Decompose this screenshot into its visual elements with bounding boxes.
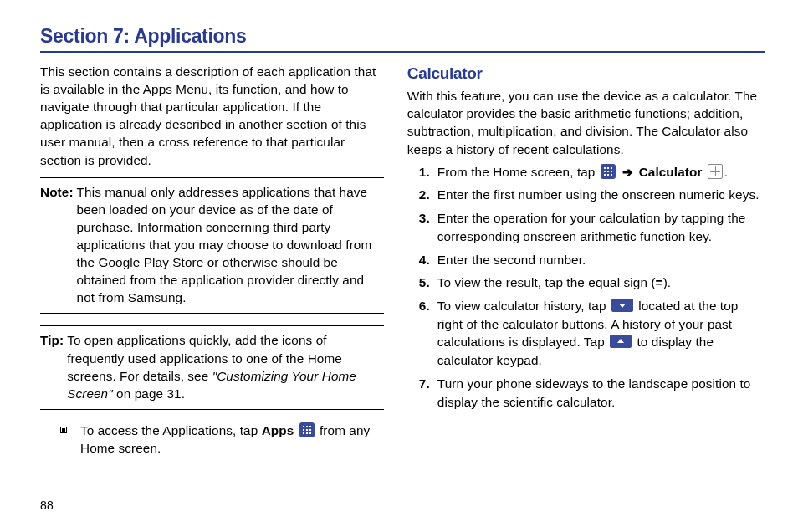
title-rule: [40, 51, 765, 53]
right-column: Calculator With this feature, you can us…: [407, 63, 765, 457]
step1-a: From the Home screen, tap: [437, 165, 599, 179]
steps-list: From the Home screen, tap ➔ Calculator .…: [419, 163, 765, 412]
tip-label: Tip:: [40, 331, 67, 349]
access-list: To access the Applications, tap Apps fro…: [60, 422, 384, 457]
arrow-icon: ➔: [621, 165, 635, 179]
access-body: To access the Applications, tap Apps fro…: [80, 422, 384, 457]
note-block: Note: This manual only addresses applica…: [40, 177, 384, 315]
step7-body: Turn your phone sideways to the landscap…: [437, 375, 765, 411]
section-intro: This section contains a description of e…: [40, 63, 384, 169]
calculator-label: Calculator: [639, 165, 703, 179]
step-3: Enter the operation for your calculation…: [419, 209, 765, 245]
calculator-intro: With this feature, you can use the devic…: [407, 87, 765, 157]
step-1: From the Home screen, tap ➔ Calculator .: [419, 163, 765, 182]
step-6: To view calculator history, tap located …: [419, 297, 765, 370]
step-4: Enter the second number.: [419, 251, 765, 269]
step-2: Enter the first number using the onscree…: [419, 186, 765, 204]
chevron-down-icon: [611, 299, 633, 312]
equals-sign: =: [656, 275, 663, 289]
note-body: This manual only addresses applications …: [77, 183, 384, 307]
calculator-heading: Calculator: [407, 63, 765, 84]
step3-body: Enter the operation for your calculation…: [437, 209, 765, 245]
tip-body: To open applications quickly, add the ic…: [67, 331, 384, 402]
step4-body: Enter the second number.: [437, 251, 586, 269]
access-apps-label: Apps: [262, 423, 294, 437]
page-number: 88: [40, 499, 54, 512]
calculator-icon: [708, 164, 723, 179]
tip-block: Tip: To open applications quickly, add t…: [40, 325, 384, 409]
access-item: To access the Applications, tap Apps fro…: [60, 422, 384, 457]
tip-text-b: on page 31.: [113, 386, 185, 401]
apps-grid-icon: [601, 164, 616, 179]
access-a: To access the Applications, tap: [80, 423, 262, 437]
apps-grid-icon: [299, 422, 315, 437]
chevron-up-icon: [610, 335, 632, 348]
left-column: This section contains a description of e…: [40, 63, 384, 457]
note-label: Note:: [40, 183, 77, 201]
step-5: To view the result, tap the equal sign (…: [419, 274, 765, 292]
section-title: Section 7: Applications: [40, 25, 765, 48]
step-7: Turn your phone sideways to the landscap…: [419, 375, 765, 411]
step6-a: To view calculator history, tap: [437, 299, 610, 313]
step5-c: ).: [663, 275, 672, 289]
step5-a: To view the result, tap the equal sign (: [437, 275, 656, 289]
step2-body: Enter the first number using the onscree…: [437, 186, 760, 204]
step1-period: .: [724, 165, 728, 179]
square-bullet-icon: [60, 427, 67, 433]
two-column-layout: This section contains a description of e…: [40, 63, 765, 457]
